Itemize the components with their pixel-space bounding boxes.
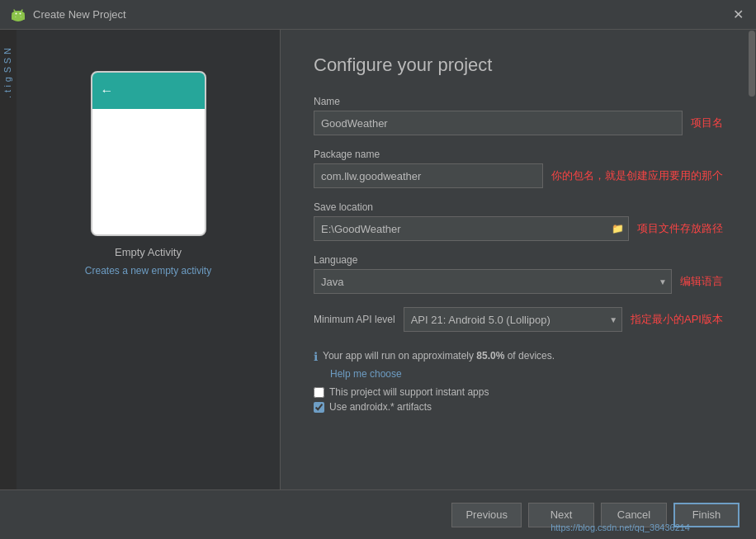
name-field-group: Name 项目名 (314, 96, 723, 135)
language-select[interactable]: Java Kotlin (314, 269, 672, 294)
sidebar-letter-g: g (0, 75, 17, 83)
save-location-label: Save location (314, 201, 723, 213)
api-level-row: Minimum API level API 21: Android 5.0 (L… (314, 307, 723, 332)
instant-apps-checkbox[interactable] (314, 387, 324, 398)
phone-back-arrow: ← (101, 83, 114, 98)
package-name-field-group: Package name 你的包名，就是创建应用要用的那个 (314, 149, 723, 188)
info-suffix: of devices. (504, 350, 555, 362)
name-row: 项目名 (314, 111, 723, 135)
info-text: ℹ Your app will run on approximately 85.… (314, 350, 723, 363)
help-link[interactable]: Help me choose (330, 368, 723, 380)
androidx-checkbox-row: Use androidx.* artifacts (314, 401, 723, 413)
phone-header: ← (92, 73, 205, 109)
save-location-row: 📁 项目文件存放路径 (314, 216, 723, 241)
android-icon (10, 8, 26, 21)
language-row: Java Kotlin ▼ 编辑语言 (314, 269, 723, 294)
api-level-field-group: Minimum API level API 21: Android 5.0 (L… (314, 307, 723, 337)
sidebar-letter-s: S (0, 56, 17, 65)
scrollbar-thumb[interactable] (749, 31, 755, 97)
previous-button[interactable]: Previous (451, 503, 522, 527)
name-input[interactable] (314, 111, 683, 135)
title-bar-left: Create New Project (10, 8, 126, 21)
info-content: Your app will run on approximately 85.0%… (323, 350, 555, 362)
save-location-input[interactable] (314, 216, 629, 241)
page-title: Configure your project (314, 54, 723, 76)
footer-url: https://blog.csdn.net/qq_38436214 (550, 522, 690, 532)
api-level-label: Minimum API level (314, 314, 395, 325)
folder-icon[interactable]: 📁 (612, 223, 624, 234)
save-location-input-wrapper: 📁 (314, 216, 629, 241)
activity-desc: Creates a new empty activity (77, 265, 220, 277)
info-percentage: 85.0% (476, 350, 504, 362)
package-name-input[interactable] (314, 163, 543, 188)
androidx-checkbox[interactable] (314, 402, 324, 413)
language-field-group: Language Java Kotlin ▼ 编辑语言 (314, 254, 723, 294)
phone-body (92, 109, 205, 234)
main-content: N S S g i t . ← Empty Activity Creates a… (0, 30, 756, 489)
package-name-row: 你的包名，就是创建应用要用的那个 (314, 163, 723, 188)
sidebar-letter-s2: S (0, 65, 17, 74)
activity-name: Empty Activity (115, 246, 182, 258)
right-panel: Configure your project Name 项目名 Package … (281, 30, 756, 489)
left-panel: N S S g i t . ← Empty Activity Creates a… (0, 30, 281, 489)
language-annotation: 编辑语言 (680, 274, 723, 289)
package-name-annotation: 你的包名，就是创建应用要用的那个 (551, 168, 723, 183)
instant-apps-checkbox-row: This project will support instant apps (314, 386, 723, 398)
save-location-field-group: Save location 📁 项目文件存放路径 (314, 201, 723, 241)
api-level-select[interactable]: API 21: Android 5.0 (Lollipop) (404, 307, 622, 332)
instant-apps-label: This project will support instant apps (329, 386, 489, 398)
info-prefix: Your app will run on approximately (323, 350, 476, 362)
name-label: Name (314, 96, 723, 107)
api-level-select-wrapper: API 21: Android 5.0 (Lollipop) ▼ (404, 307, 622, 332)
api-level-annotation: 指定最小的API版本 (631, 312, 723, 327)
package-name-label: Package name (314, 149, 723, 160)
dialog-title: Create New Project (33, 8, 126, 21)
scrollbar[interactable] (748, 30, 756, 489)
info-icon: ℹ (314, 350, 318, 363)
name-annotation: 项目名 (691, 116, 723, 130)
sidebar-letters: N S S g i t . (0, 30, 17, 489)
phone-preview: ← (91, 71, 206, 236)
language-label: Language (314, 254, 723, 266)
close-button[interactable]: ✕ (730, 7, 746, 23)
title-bar: Create New Project ✕ (0, 0, 756, 30)
svg-point-9 (16, 12, 17, 14)
language-select-wrapper: Java Kotlin ▼ (314, 269, 672, 294)
svg-point-8 (12, 11, 25, 17)
svg-point-10 (20, 12, 21, 14)
androidx-label: Use androidx.* artifacts (329, 401, 432, 413)
dialog-window: Create New Project ✕ N S S g i t . ← (0, 0, 756, 539)
sidebar-letter-n: N (0, 46, 17, 56)
footer: https://blog.csdn.net/qq_38436214 Previo… (0, 489, 756, 539)
sidebar-letter-d: . (0, 94, 17, 100)
save-location-annotation: 项目文件存放路径 (637, 221, 723, 236)
